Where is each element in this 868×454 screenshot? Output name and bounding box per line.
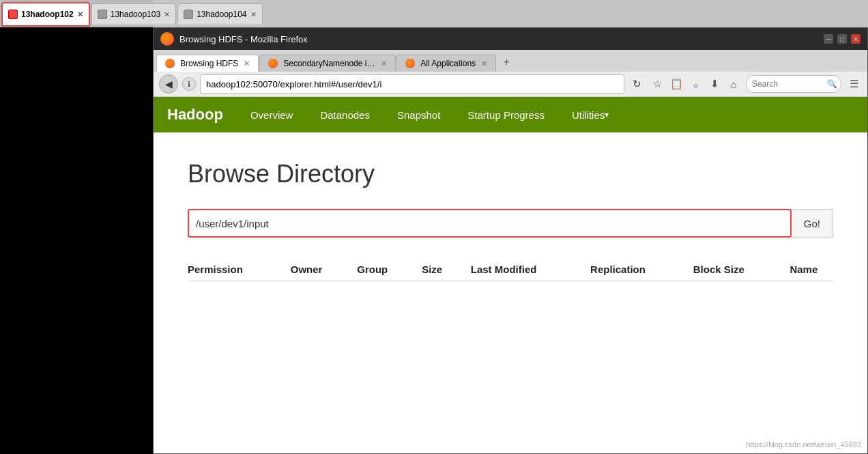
firefox-titlebar: Browsing HDFS - Mozilla Firefox ─ □ ✕ xyxy=(154,28,867,50)
tab1-icon xyxy=(8,10,18,19)
nav-datanodes[interactable]: Datanodes xyxy=(306,97,384,132)
hadoop-brand: Hadoop xyxy=(167,106,223,124)
tab3-close[interactable]: ✕ xyxy=(250,10,257,19)
tab1-close[interactable]: ✕ xyxy=(77,10,83,19)
path-row: Go! xyxy=(188,209,833,238)
tab3-icon xyxy=(184,10,193,19)
firefox-logo-icon xyxy=(160,32,174,46)
tab3-favicon-icon xyxy=(405,59,415,68)
browser-tab1-label: Browsing HDFS xyxy=(180,59,238,68)
tab2-close[interactable]: ✕ xyxy=(164,10,170,19)
tab3-label: 13hadoop104 xyxy=(197,10,246,19)
firefox-window: Browsing HDFS - Mozilla Firefox ─ □ ✕ Br… xyxy=(153,27,868,454)
col-owner: Owner xyxy=(291,258,358,281)
taskbar-tab-3[interactable]: 13hadoop104 ✕ xyxy=(177,3,262,25)
path-input[interactable] xyxy=(188,209,792,238)
browser-tab1-close-icon[interactable]: ✕ xyxy=(244,59,250,68)
firefox-title: Browsing HDFS - Mozilla Firefox xyxy=(179,34,308,44)
table-header: Permission Owner Group Size Last Modifie… xyxy=(188,258,833,281)
hadoop-navbar: Hadoop Overview Datanodes Snapshot Start… xyxy=(154,97,867,132)
page-title: Browse Directory xyxy=(188,160,833,188)
left-black-area xyxy=(0,27,153,454)
watermark: https://blog.csdn.net/weixin_45692 xyxy=(746,440,861,449)
nav-startup-progress[interactable]: Startup Progress xyxy=(454,97,558,132)
search-wrapper: 🔍 xyxy=(746,75,841,93)
minimize-button[interactable]: ─ xyxy=(824,34,833,44)
address-bar: ◀ ℹ ↻ ☆ 📋 ⬦ ⬇ ⌂ 🔍 ☰ xyxy=(154,72,867,97)
tab2-label: 13hadoop103 xyxy=(111,10,160,19)
download-icon[interactable]: ⬇ xyxy=(706,76,723,92)
tab1-label: 13hadoop102 xyxy=(21,10,74,19)
pocket-icon[interactable]: ⬦ xyxy=(687,76,704,92)
col-name: Name xyxy=(790,258,833,281)
clipboard-icon[interactable]: 📋 xyxy=(668,76,684,92)
browser-tab2-close-icon[interactable]: ✕ xyxy=(381,59,387,68)
main-content: Browse Directory Go! Permission Owner Gr… xyxy=(154,132,867,453)
browser-tab-3[interactable]: All Applications ✕ xyxy=(396,55,496,72)
browser-tab3-label: All Applications xyxy=(420,59,476,68)
url-input[interactable] xyxy=(200,74,624,94)
back-button[interactable]: ◀ xyxy=(159,74,178,94)
directory-table: Permission Owner Group Size Last Modifie… xyxy=(188,258,833,281)
nav-utilities[interactable]: Utilities xyxy=(558,97,622,132)
reload-button[interactable]: ↻ xyxy=(628,76,645,92)
col-group: Group xyxy=(357,258,422,281)
bookmark-star-icon[interactable]: ☆ xyxy=(649,76,665,92)
titlebar-left: Browsing HDFS - Mozilla Firefox xyxy=(160,32,308,46)
hamburger-menu-icon[interactable]: ☰ xyxy=(845,76,862,92)
taskbar-tab-1[interactable]: 13hadoop102 ✕ xyxy=(1,2,90,27)
search-icon: 🔍 xyxy=(827,79,837,89)
col-last-modified: Last Modified xyxy=(471,258,590,281)
close-button[interactable]: ✕ xyxy=(851,34,860,44)
col-block-size: Block Size xyxy=(693,258,790,281)
browser-tab2-label: SecondaryNamenode inf... xyxy=(283,59,375,68)
browser-tabs-row: Browsing HDFS ✕ SecondaryNamenode inf...… xyxy=(154,50,867,72)
new-tab-button[interactable]: + xyxy=(497,53,516,72)
titlebar-controls: ─ □ ✕ xyxy=(824,34,860,44)
tab2-icon xyxy=(98,10,107,19)
taskbar-tab-2[interactable]: 13hadoop103 ✕ xyxy=(91,3,176,25)
maximize-button[interactable]: □ xyxy=(837,34,847,44)
site-info-button[interactable]: ℹ xyxy=(182,77,196,91)
browser-tab-2[interactable]: SecondaryNamenode inf... ✕ xyxy=(259,55,396,72)
browser-tab-1[interactable]: Browsing HDFS ✕ xyxy=(156,55,259,72)
home-icon[interactable]: ⌂ xyxy=(725,76,742,92)
nav-overview[interactable]: Overview xyxy=(237,97,307,132)
col-permission: Permission xyxy=(188,258,291,281)
go-button[interactable]: Go! xyxy=(792,209,833,238)
tab2-favicon-icon xyxy=(268,59,278,68)
nav-snapshot[interactable]: Snapshot xyxy=(384,97,454,132)
col-size: Size xyxy=(422,258,471,281)
browser-tab3-close-icon[interactable]: ✕ xyxy=(481,59,487,68)
tab1-favicon-icon xyxy=(165,59,175,68)
col-replication: Replication xyxy=(590,258,693,281)
